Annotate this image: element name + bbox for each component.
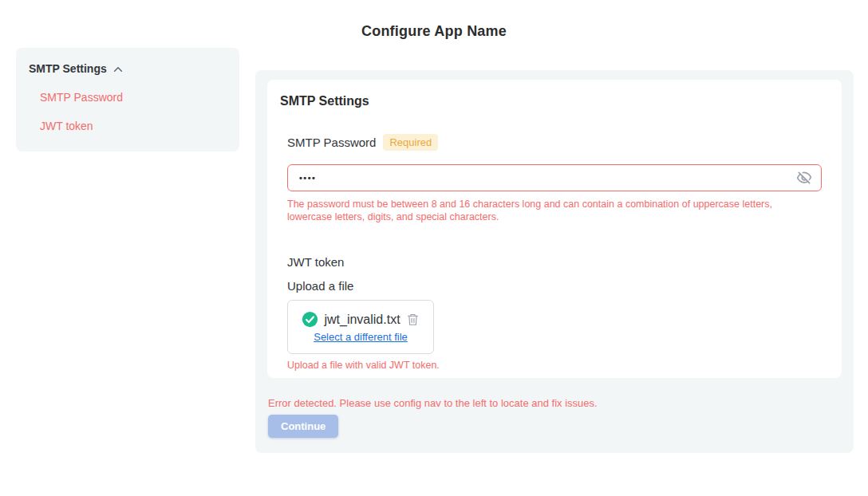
- smtp-settings-card: SMTP Settings SMTP Password Required: [267, 80, 842, 378]
- sidebar-section-smtp-settings[interactable]: SMTP Settings: [29, 62, 227, 75]
- smtp-password-input[interactable]: [287, 164, 822, 191]
- sidebar-item-jwt-token[interactable]: JWT token: [40, 120, 227, 132]
- smtp-password-label: SMTP Password: [287, 136, 376, 149]
- card-title: SMTP Settings: [280, 94, 829, 108]
- check-circle-icon: [302, 311, 318, 328]
- file-upload-box: jwt_invalid.txt Select a different file: [287, 300, 434, 354]
- chevron-up-icon[interactable]: [112, 64, 124, 75]
- required-badge: Required: [383, 134, 438, 151]
- sidebar-section-label: SMTP Settings: [29, 62, 107, 75]
- eye-off-icon[interactable]: [796, 170, 812, 186]
- smtp-password-error: The password must be between 8 and 16 ch…: [287, 198, 814, 223]
- config-nav-sidebar: SMTP Settings SMTP Password JWT token: [16, 48, 239, 152]
- jwt-upload-error: Upload a file with valid JWT token.: [287, 360, 829, 371]
- uploaded-file-name: jwt_invalid.txt: [324, 313, 400, 327]
- form-error-message: Error detected. Please use config nav to…: [268, 397, 598, 409]
- trash-icon[interactable]: [406, 313, 420, 326]
- config-panel: SMTP Settings SMTP Password Required: [255, 70, 854, 453]
- page-title: Configure App Name: [0, 23, 868, 40]
- continue-button[interactable]: Continue: [268, 415, 338, 438]
- jwt-token-label: JWT token: [287, 255, 829, 269]
- upload-file-label: Upload a file: [287, 279, 829, 293]
- select-different-file-link[interactable]: Select a different file: [314, 331, 408, 343]
- sidebar-item-smtp-password[interactable]: SMTP Password: [40, 91, 227, 104]
